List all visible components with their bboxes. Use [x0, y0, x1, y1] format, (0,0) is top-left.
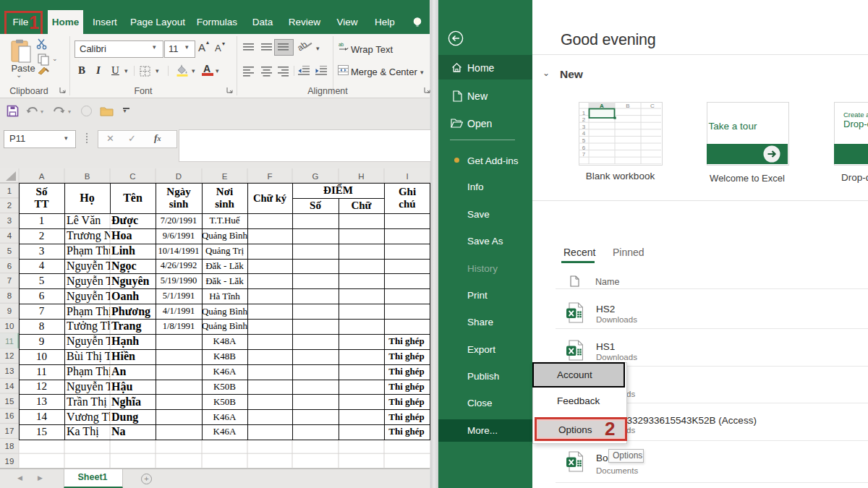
- svg-text:D: D: [176, 172, 182, 181]
- svg-text:B: B: [626, 103, 629, 109]
- svg-text:C: C: [129, 172, 135, 181]
- svg-text:ab: ab: [339, 42, 344, 47]
- svg-text:B: B: [85, 172, 90, 181]
- svg-text:E: E: [222, 172, 228, 181]
- svg-text:1: 1: [582, 110, 586, 116]
- svg-text:2: 2: [582, 116, 586, 123]
- svg-text:18: 18: [5, 442, 14, 450]
- svg-text:4: 4: [582, 130, 586, 137]
- svg-text:A: A: [39, 172, 45, 181]
- svg-text:G: G: [312, 172, 319, 181]
- svg-text:H: H: [358, 172, 364, 181]
- svg-text:6: 6: [582, 145, 586, 151]
- svg-text:A: A: [600, 103, 604, 109]
- svg-text:7: 7: [582, 151, 586, 158]
- svg-text:I: I: [406, 172, 408, 181]
- svg-text:3: 3: [582, 124, 586, 130]
- svg-text:C: C: [650, 103, 655, 109]
- svg-text:5: 5: [582, 137, 586, 144]
- svg-text:F: F: [267, 172, 272, 181]
- svg-text:19: 19: [5, 457, 14, 466]
